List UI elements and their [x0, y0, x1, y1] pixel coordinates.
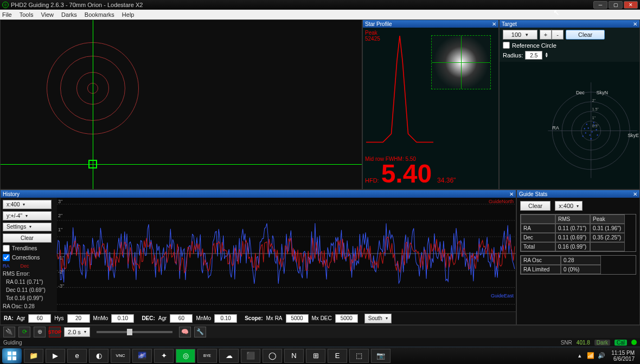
- mx-dec-input[interactable]: [335, 314, 358, 323]
- snr-value: 401.8: [577, 340, 590, 346]
- crosshair-horizontal: [1, 164, 362, 165]
- system-tray[interactable]: ▴ 📶 🔊 11:15 PM 6/6/2017: [575, 350, 638, 362]
- direction-select[interactable]: South▾: [364, 314, 392, 323]
- history-bottom-bar: RA: Agr Hys MnMo DEC: Agr MnMo Scope: Mx…: [1, 311, 516, 324]
- task-app-icon[interactable]: BYE: [197, 349, 217, 363]
- snr-label: SNR: [561, 340, 572, 346]
- task-app-icon[interactable]: ⬛: [241, 349, 260, 363]
- reference-circle-checkbox[interactable]: [503, 42, 510, 49]
- svg-text:0.5": 0.5": [592, 124, 599, 128]
- history-yscale-select[interactable]: y:+/-4''▾: [3, 211, 52, 220]
- media-player-icon[interactable]: ▶: [46, 349, 65, 363]
- guide-stats-panel: Guide Stats ✕ Clear x:400▾ RMSPeak RA0.1…: [516, 190, 640, 325]
- mx-ra-input[interactable]: [286, 314, 309, 323]
- close-icon[interactable]: ✕: [633, 191, 637, 197]
- ra-osc: RA Osc: 0.28: [3, 303, 55, 309]
- corrections-checkbox[interactable]: [3, 254, 10, 261]
- task-app-icon[interactable]: ☁: [219, 349, 239, 363]
- target-clear-button[interactable]: Clear: [566, 30, 605, 40]
- start-button[interactable]: [2, 348, 22, 363]
- target-panel: Target ✕ 100▼ + - Clear Reference Circle…: [499, 20, 640, 190]
- history-xscale-select[interactable]: x:400▾: [3, 200, 52, 209]
- svg-point-16: [584, 128, 585, 129]
- titlebar: ◎ PHD2 Guiding 2.6.3 - 70mm Orion - Lode…: [0, 0, 640, 10]
- stats-header[interactable]: Guide Stats ✕: [517, 190, 639, 198]
- clock[interactable]: 11:15 PM 6/6/2017: [608, 350, 638, 362]
- camera-view[interactable]: [1, 20, 362, 189]
- history-chart[interactable]: 3" 2" 1" -1" -2" -3" GuideNorth GuideEas…: [57, 198, 516, 311]
- camera-settings-button[interactable]: 🔧: [194, 327, 206, 337]
- task-app-icon[interactable]: E: [328, 349, 347, 363]
- close-icon[interactable]: ✕: [509, 191, 514, 197]
- history-header[interactable]: History ✕: [1, 190, 516, 198]
- ra-agr-input[interactable]: [28, 314, 51, 323]
- task-app-icon[interactable]: ◯: [263, 349, 282, 363]
- vnc-icon[interactable]: VNC: [111, 349, 130, 363]
- spinner-icon[interactable]: ▲▼: [545, 53, 548, 58]
- dec-agr-input[interactable]: [170, 314, 193, 323]
- task-app-icon[interactable]: ⊞: [306, 349, 325, 363]
- connect-button[interactable]: 🔌: [3, 327, 15, 337]
- close-icon[interactable]: ✕: [633, 21, 637, 27]
- zoom-out-button[interactable]: -: [552, 30, 564, 40]
- hfd-value: 5.40: [381, 161, 432, 187]
- chrome-icon[interactable]: ◐: [89, 349, 108, 363]
- svg-point-14: [586, 123, 587, 125]
- dec-label: Dec: [576, 90, 585, 95]
- zoom-in-button[interactable]: +: [540, 30, 552, 40]
- task-app-icon[interactable]: 🌌: [132, 349, 152, 363]
- camera-panel[interactable]: [0, 20, 362, 190]
- star-profile-header[interactable]: Star Profile ✕: [363, 20, 498, 28]
- target-header[interactable]: Target ✕: [500, 20, 639, 28]
- close-icon[interactable]: ✕: [492, 21, 496, 27]
- task-app-icon[interactable]: N: [284, 349, 304, 363]
- phd2-icon[interactable]: ◎: [176, 349, 195, 363]
- loop-button[interactable]: ⟳: [18, 327, 30, 337]
- skye-label: SkyE: [628, 133, 639, 138]
- close-button[interactable]: ✕: [624, 1, 638, 9]
- stats-table: RMSPeak RA0.11 (0.71'')0.31 (1.96'') Dec…: [520, 214, 636, 252]
- menu-darks[interactable]: Darks: [61, 11, 77, 18]
- windows-taskbar: 📁 ▶ e ◐ VNC 🌌 ✦ ◎ BYE ☁ ⬛ ◯ N ⊞ E ⬚ 📷 ▴ …: [0, 347, 640, 364]
- gamma-slider[interactable]: [97, 331, 172, 333]
- svg-point-10: [585, 132, 586, 133]
- stats-clear-button[interactable]: Clear: [520, 201, 551, 211]
- ie-icon[interactable]: e: [67, 349, 87, 363]
- explorer-icon[interactable]: 📁: [24, 349, 43, 363]
- menu-view[interactable]: View: [41, 11, 54, 18]
- target-bullseye[interactable]: Dec SkyN RA SkyE 2" 1.5" 1" 0.5": [500, 62, 639, 189]
- task-app-icon[interactable]: ⬚: [349, 349, 369, 363]
- dec-mnmo-input[interactable]: [214, 314, 237, 323]
- brain-button[interactable]: 🧠: [179, 327, 191, 337]
- maximize-button[interactable]: ▢: [609, 1, 623, 9]
- trendlines-checkbox[interactable]: [3, 245, 10, 252]
- target-zoom-select[interactable]: 100▼: [503, 30, 537, 40]
- menu-bookmarks[interactable]: Bookmarks: [85, 11, 114, 18]
- volume-icon[interactable]: 🔊: [597, 352, 606, 360]
- minimize-button[interactable]: ─: [593, 1, 607, 9]
- stats-scale-select[interactable]: x:400▾: [555, 201, 583, 211]
- radius-input[interactable]: [525, 51, 542, 60]
- dark-indicator: Dark: [594, 340, 610, 346]
- menu-help[interactable]: Help: [122, 11, 135, 18]
- svg-text:1": 1": [592, 116, 596, 120]
- ra-hys-input[interactable]: [67, 314, 90, 323]
- svg-point-17: [591, 138, 592, 139]
- svg-text:1.5": 1.5": [592, 107, 599, 111]
- exposure-select[interactable]: 2.0 s▾: [64, 327, 90, 337]
- menu-tools[interactable]: Tools: [20, 11, 34, 18]
- tray-up-icon[interactable]: ▴: [575, 352, 584, 360]
- status-text: Guiding: [3, 340, 22, 346]
- history-clear-button[interactable]: Clear: [3, 233, 52, 243]
- ra-mnmo-input[interactable]: [111, 314, 134, 323]
- stop-button[interactable]: STOP: [49, 327, 61, 337]
- menu-file[interactable]: File: [2, 11, 12, 18]
- svg-rect-32: [12, 356, 16, 360]
- svg-text:2": 2": [592, 99, 596, 102]
- history-settings-select[interactable]: Settings▾: [3, 223, 52, 232]
- task-app-icon[interactable]: ✦: [154, 349, 174, 363]
- guide-button[interactable]: ⊕: [34, 327, 46, 337]
- task-app-icon[interactable]: 📷: [371, 349, 391, 363]
- guide-star-box[interactable]: [88, 160, 97, 168]
- network-icon[interactable]: 📶: [586, 352, 595, 360]
